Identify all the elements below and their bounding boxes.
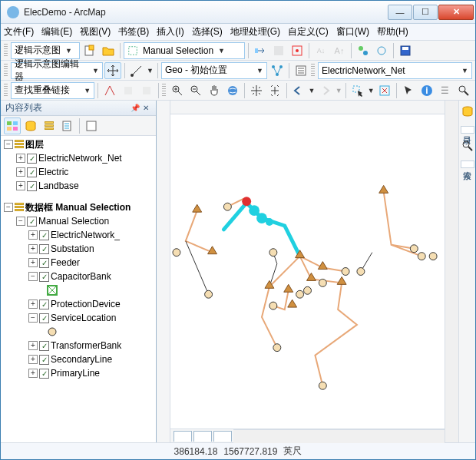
toc-tree[interactable]: − 图层 +✓ElectricNetwork_Net +✓Electric +✓… bbox=[1, 136, 156, 442]
scrollbar-vertical[interactable] bbox=[445, 101, 458, 442]
menu-geoprocessing[interactable]: 地理处理(G) bbox=[230, 25, 280, 38]
menu-insert[interactable]: 插入(I) bbox=[157, 25, 183, 38]
apply-layout-button[interactable] bbox=[269, 62, 286, 79]
selection-mode-combo[interactable]: Manual Selection ▼ bbox=[124, 42, 245, 59]
ruler-horizontal bbox=[170, 101, 445, 114]
scrollbar-horizontal[interactable] bbox=[233, 429, 445, 443]
open-diagram-button[interactable] bbox=[100, 42, 117, 59]
edge-tool-button[interactable] bbox=[128, 62, 145, 79]
svg-rect-2 bbox=[129, 46, 137, 55]
list-by-selection-button[interactable] bbox=[59, 117, 76, 134]
full-extent-button[interactable] bbox=[224, 82, 241, 99]
expand-icon[interactable]: + bbox=[16, 154, 25, 163]
titlebar[interactable]: ElecDemo - ArcMap — ☐ ✕ bbox=[1, 1, 475, 24]
trace-button[interactable] bbox=[101, 82, 118, 99]
tree-node[interactable]: −✓ServiceLocation bbox=[1, 311, 156, 325]
checkbox[interactable]: ✓ bbox=[27, 181, 37, 191]
checkbox[interactable]: ✓ bbox=[27, 217, 37, 227]
menu-bookmark[interactable]: 书签(B) bbox=[118, 25, 149, 38]
tree-node[interactable]: +✓Feeder bbox=[1, 256, 156, 270]
layer-label: SecondaryLine bbox=[51, 354, 112, 365]
map-canvas[interactable] bbox=[170, 114, 445, 429]
catalog-icon[interactable] bbox=[461, 105, 474, 120]
maximize-button[interactable]: ☐ bbox=[413, 5, 438, 20]
tree-node-dataframe[interactable]: − 数据框 Manual Selection bbox=[1, 200, 156, 214]
close-button[interactable]: ✕ bbox=[438, 5, 474, 20]
collapse-icon[interactable]: − bbox=[4, 203, 13, 212]
zoom-next-button[interactable] bbox=[266, 82, 283, 99]
tree-node[interactable]: +✓ElectricNetwork_ bbox=[1, 228, 156, 242]
menu-customize[interactable]: 自定义(C) bbox=[288, 25, 329, 38]
new-diagram-button[interactable] bbox=[81, 42, 98, 59]
back-button[interactable] bbox=[289, 82, 306, 99]
pin-icon[interactable]: 📌 bbox=[130, 103, 140, 114]
network-combo[interactable]: ElectricNetwork_Net ▼ bbox=[318, 62, 472, 79]
editor-dropdown[interactable]: 逻辑示意图编辑器 ▼ bbox=[11, 62, 103, 79]
menu-edit[interactable]: 编辑(E) bbox=[41, 25, 72, 38]
svg-point-39 bbox=[242, 197, 251, 206]
expand-icon[interactable]: + bbox=[16, 181, 25, 190]
tree-node[interactable]: +✓PrimaryLine bbox=[1, 366, 156, 380]
find-button[interactable] bbox=[455, 82, 472, 99]
clear-selection-button[interactable] bbox=[376, 82, 393, 99]
collapse-icon[interactable]: − bbox=[16, 217, 25, 226]
menu-help[interactable]: 帮助(H) bbox=[377, 25, 408, 38]
tree-node[interactable]: +✓ElectricNetwork_Net bbox=[1, 151, 156, 165]
network-label: ElectricNetwork_Net bbox=[322, 65, 405, 76]
options-button[interactable] bbox=[83, 117, 100, 134]
geo-position-combo[interactable]: Geo - 初始位置 ▼ bbox=[161, 62, 267, 79]
menu-select[interactable]: 选择(S) bbox=[192, 25, 223, 38]
tool-d-button[interactable] bbox=[373, 42, 390, 59]
close-panel-icon[interactable]: ✕ bbox=[140, 103, 151, 114]
zoom-out-button[interactable] bbox=[187, 82, 204, 99]
minimize-button[interactable]: — bbox=[388, 5, 412, 20]
layer-label: ServiceLocation bbox=[51, 313, 116, 323]
move-tool-button[interactable] bbox=[104, 62, 121, 79]
search-tab[interactable]: 搜索 bbox=[461, 161, 474, 168]
tree-node[interactable]: +✓TransformerBank bbox=[1, 339, 156, 352]
toolbar-grip[interactable] bbox=[4, 64, 8, 78]
menu-view[interactable]: 视图(V) bbox=[80, 25, 111, 38]
list-by-source-button[interactable] bbox=[22, 117, 39, 134]
list-by-visibility-button[interactable] bbox=[41, 117, 58, 134]
toolbar-grip[interactable] bbox=[4, 44, 8, 58]
find-overlap-combo[interactable]: 查找重叠链接 ▼ bbox=[11, 82, 95, 99]
tree-node[interactable]: +✓ProtectionDevice bbox=[1, 297, 156, 311]
pointer-button[interactable] bbox=[400, 82, 417, 99]
pan-button[interactable] bbox=[206, 82, 223, 99]
layout-view-tab[interactable] bbox=[193, 431, 212, 442]
tree-node[interactable]: +✓Substation bbox=[1, 242, 156, 256]
expand-icon[interactable]: + bbox=[16, 167, 25, 177]
refresh-tab[interactable] bbox=[213, 431, 232, 442]
menu-file[interactable]: 文件(F) bbox=[4, 25, 34, 38]
toolbar-grip[interactable] bbox=[162, 84, 166, 98]
tree-node-layers[interactable]: − 图层 bbox=[1, 137, 156, 151]
checkbox[interactable]: ✓ bbox=[27, 167, 37, 177]
tree-node[interactable]: −✓CapacitorBank bbox=[1, 270, 156, 283]
tool-c-button[interactable] bbox=[355, 42, 372, 59]
catalog-tab[interactable]: 目录 bbox=[461, 126, 474, 134]
toolbar-grip[interactable] bbox=[4, 84, 8, 98]
toolbar-grip[interactable] bbox=[311, 64, 315, 78]
zoom-prev-button[interactable] bbox=[248, 82, 265, 99]
tree-node[interactable]: +✓Electric bbox=[1, 165, 156, 179]
tree-node-ms[interactable]: − ✓ Manual Selection bbox=[1, 214, 156, 228]
select-features-button[interactable] bbox=[349, 82, 366, 99]
propagate-button[interactable] bbox=[252, 42, 269, 59]
toc-header[interactable]: 内容列表 📌 ✕ bbox=[1, 101, 156, 116]
layout-props-button[interactable] bbox=[293, 62, 309, 79]
tree-node[interactable]: +✓Landbase bbox=[1, 179, 156, 193]
list-by-drawing-button[interactable] bbox=[4, 117, 21, 134]
schematic-dropdown[interactable]: 逻辑示意图 ▼ bbox=[11, 42, 80, 59]
tree-node[interactable]: +✓SecondaryLine bbox=[1, 352, 156, 366]
tool-b-button[interactable] bbox=[289, 42, 306, 59]
identify-button[interactable]: i bbox=[418, 82, 435, 99]
save-diagram-button[interactable] bbox=[397, 42, 414, 59]
coord-y: 1567727.819 bbox=[223, 446, 277, 457]
collapse-icon[interactable]: − bbox=[4, 140, 13, 149]
menu-window[interactable]: 窗口(W) bbox=[336, 25, 369, 38]
data-view-tab[interactable] bbox=[174, 431, 192, 442]
checkbox[interactable]: ✓ bbox=[27, 154, 37, 164]
search-icon[interactable] bbox=[461, 140, 474, 154]
zoom-in-button[interactable] bbox=[169, 82, 186, 99]
